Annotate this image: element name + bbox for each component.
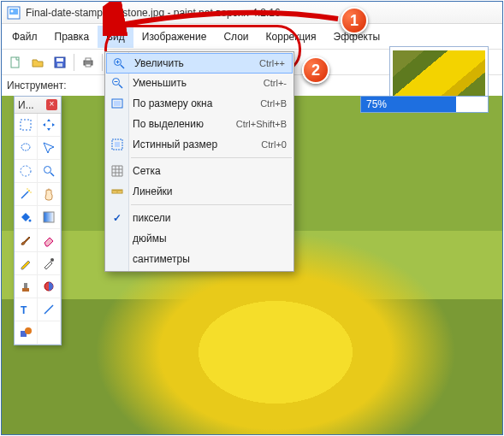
tool-magic-wand[interactable] [15,183,38,206]
toolbar-separator [102,54,103,71]
toolbar-separator [74,54,74,71]
menu-item-grid[interactable]: Сетка [105,161,294,181]
svg-rect-40 [114,101,121,106]
tool-move[interactable] [38,114,61,137]
svg-point-20 [27,188,27,189]
svg-point-15 [21,144,30,150]
svg-line-33 [121,65,124,68]
svg-rect-42 [115,142,120,147]
title-bar: Final-date-stamp-faststone.jpg - paint.n… [2,2,502,24]
menu-item-label: Уменьшить [133,77,187,89]
menu-item-unit-pixels[interactable]: пиксели [105,208,294,228]
window-title: Final-date-stamp-faststone.jpg - paint.n… [26,7,281,19]
menu-item-unit-cm[interactable]: сантиметры [105,249,294,269]
svg-point-2 [11,9,14,12]
tool-brush[interactable] [15,229,38,252]
svg-rect-9 [86,64,91,67]
tools-palette[interactable]: И... × T [14,96,62,345]
menu-item-actual-size[interactable]: Истинный размер Ctrl+0 [105,134,294,155]
svg-rect-3 [11,57,19,68]
print-button[interactable] [78,52,98,73]
menu-item-fit-selection[interactable]: По выделению Ctrl+Shift+B [105,114,294,134]
menu-view-dropdown: Увеличить Ctrl++ Уменьшить Ctrl+- По раз… [104,51,294,272]
menu-item-label: Истинный размер [133,138,217,150]
menu-item-label: сантиметры [133,253,190,265]
svg-rect-5 [56,58,63,62]
tool-picker[interactable] [38,252,61,275]
ruler-icon [110,184,125,199]
tool-zoom[interactable] [38,160,61,183]
zoom-in-icon [111,56,127,71]
svg-rect-26 [24,283,27,288]
tool-shapes[interactable] [15,321,38,345]
menu-file[interactable]: Файл [3,26,46,48]
tool-lasso[interactable] [15,137,38,160]
svg-point-22 [29,220,32,222]
tools-grid: T [15,114,61,345]
menu-item-zoom-in[interactable]: Увеличить Ctrl++ [106,53,293,74]
svg-point-21 [30,191,31,192]
tool-bucket[interactable] [15,206,38,229]
menu-item-label: По размеру окна [133,97,212,109]
dropdown-separator [131,157,292,158]
menu-item-shortcut: Ctrl+0 [261,139,287,150]
tool-rect-select[interactable] [15,114,38,137]
menu-item-label: Сетка [133,165,161,177]
tool-pan[interactable] [38,183,61,206]
menu-image[interactable]: Изображение [133,26,216,48]
tool-empty [38,321,61,345]
menu-edit[interactable]: Правка [46,26,98,48]
menu-item-label: По выделению [133,118,204,130]
annotation-callout-1: 1 [341,7,368,34]
svg-line-29 [44,305,53,314]
menu-layers[interactable]: Слои [215,26,257,48]
svg-line-37 [119,85,122,88]
tool-move-sel[interactable] [38,137,61,160]
svg-rect-23 [44,212,54,222]
menu-item-label: Линейки [133,186,173,197]
svg-point-19 [28,190,30,191]
tools-title-bar[interactable]: И... × [15,97,61,114]
new-file-button[interactable] [5,52,26,73]
dropdown-separator [131,204,292,205]
menu-item-fit-window[interactable]: По размеру окна Ctrl+B [105,93,294,114]
tool-line[interactable] [38,298,61,321]
svg-line-18 [50,173,54,176]
svg-point-24 [50,258,54,262]
grid-icon [110,163,125,179]
zoom-progress[interactable]: 75% [360,96,489,113]
tool-pencil[interactable] [15,252,38,275]
svg-rect-6 [57,63,62,67]
svg-rect-8 [86,58,91,61]
svg-rect-1 [9,9,18,15]
instrument-label: Инструмент: [7,80,67,91]
check-icon [110,210,125,226]
tool-ellipse-select[interactable] [15,160,38,183]
menu-adjust[interactable]: Коррекция [258,26,325,48]
svg-text:T: T [21,304,27,316]
tool-recolor[interactable] [38,275,61,298]
open-button[interactable] [27,52,48,73]
menu-item-rulers[interactable]: Линейки [105,181,294,202]
menu-item-shortcut: Ctrl+- [264,78,287,88]
blank-icon [110,231,125,246]
fit-window-icon [110,96,125,111]
tool-eraser[interactable] [38,229,61,252]
svg-point-17 [44,167,51,174]
tools-close-button[interactable]: × [46,99,57,110]
tool-text[interactable]: T [15,298,38,321]
menu-item-shortcut: Ctrl+Shift+B [236,119,287,129]
menu-item-label: Увеличить [134,57,184,69]
menu-item-label: пиксели [133,212,171,224]
blank-icon [110,116,125,132]
svg-rect-14 [21,120,31,130]
menu-item-zoom-out[interactable]: Уменьшить Ctrl+- [105,73,294,93]
menu-item-label: дюймы [133,233,167,245]
menu-item-unit-inches[interactable]: дюймы [105,228,294,249]
save-button[interactable] [50,52,70,73]
tool-clone[interactable] [15,275,38,298]
svg-rect-25 [22,288,29,292]
tool-gradient[interactable] [38,206,61,229]
menu-view[interactable]: Вид [98,26,133,48]
app-icon [7,6,21,20]
